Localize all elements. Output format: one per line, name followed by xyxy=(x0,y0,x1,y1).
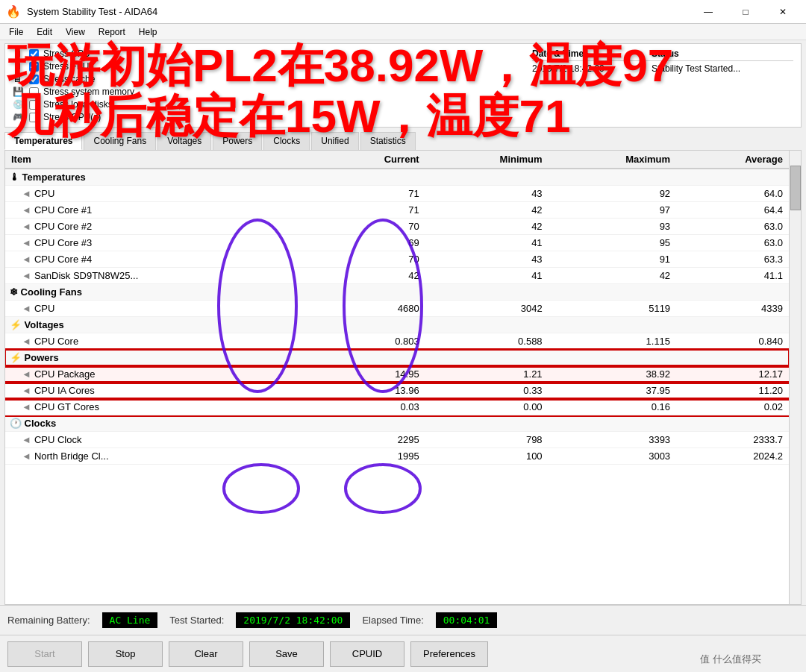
tabs-bar: Temperatures Cooling Fans Voltages Power… xyxy=(0,132,806,150)
table-section-header: ❄ Cooling Fans xyxy=(5,284,789,301)
row-maximum: 38.92 xyxy=(549,366,676,383)
minimize-button[interactable]: — xyxy=(691,0,725,24)
stress-disk-label: Stress local disks xyxy=(43,99,113,110)
tab-temperatures[interactable]: Temperatures xyxy=(4,132,82,150)
table-row: ◄CPU Core0.8030.5881.1150.840 xyxy=(5,333,789,350)
row-minimum: 3042 xyxy=(425,301,549,317)
row-maximum: 95 xyxy=(549,235,676,251)
tab-statistics[interactable]: Statistics xyxy=(360,132,416,150)
stress-memory-label: Stress system memory xyxy=(43,87,134,97)
row-minimum: 43 xyxy=(425,186,549,202)
row-maximum: 37.95 xyxy=(549,383,676,399)
row-item: ◄CPU Core #2 xyxy=(5,219,319,235)
menu-help[interactable]: Help xyxy=(133,25,163,39)
row-maximum: 92 xyxy=(549,186,676,202)
row-item: ◄CPU Clock xyxy=(5,432,319,448)
main-window: 🖥 Stress CPU 🖥 Stress FPU 🖥 Stress cache… xyxy=(0,40,806,672)
table-header-row: Item Current Minimum Maximum Average xyxy=(5,151,789,169)
clear-button[interactable]: Clear xyxy=(169,641,243,667)
preferences-button[interactable]: Preferences xyxy=(410,641,488,667)
col-minimum: Minimum xyxy=(425,151,549,169)
disk-stress-icon: 💿 xyxy=(13,99,23,110)
menu-bar: File Edit View Report Help xyxy=(0,24,806,40)
stress-disk-checkbox[interactable] xyxy=(29,100,39,110)
watermark: 值 什么值得买 xyxy=(700,653,761,666)
menu-view[interactable]: View xyxy=(60,25,91,39)
button-bar: Start Stop Clear Save CPUID Preferences … xyxy=(0,635,806,672)
title-bar: 🔥 System Stability Test - AIDA64 — □ ✕ xyxy=(0,0,806,24)
row-minimum: 0.33 xyxy=(425,383,549,399)
row-current: 70 xyxy=(319,251,425,268)
fpu-stress-icon: 🖥 xyxy=(13,61,23,72)
col-item: Item xyxy=(5,151,319,169)
status-panel: Date & Time Status 2019/7/2 18:42:00 Sta… xyxy=(532,48,793,75)
row-maximum: 1.115 xyxy=(549,333,676,350)
row-average: 0.02 xyxy=(676,399,789,415)
row-current: 71 xyxy=(319,186,425,202)
stress-cache-label: Stress cache xyxy=(43,74,95,84)
row-item: ◄SanDisk SD9TN8W25... xyxy=(5,268,319,284)
row-maximum: 93 xyxy=(549,219,676,235)
stress-cache-checkbox[interactable] xyxy=(29,75,39,84)
window-title: System Stability Test - AIDA64 xyxy=(27,6,157,17)
row-maximum: 42 xyxy=(549,268,676,284)
row-average: 11.20 xyxy=(676,383,789,399)
close-button[interactable]: ✕ xyxy=(766,0,800,24)
row-item: ◄North Bridge Cl... xyxy=(5,448,319,465)
row-average: 64.4 xyxy=(676,202,789,219)
stress-gpu-checkbox[interactable] xyxy=(29,113,39,122)
row-maximum: 3393 xyxy=(549,432,676,448)
datetime-header: Date & Time xyxy=(532,48,652,59)
cpuid-button[interactable]: CPUID xyxy=(330,641,404,667)
tab-clocks[interactable]: Clocks xyxy=(263,132,310,150)
tab-cooling-fans[interactable]: Cooling Fans xyxy=(84,132,156,150)
start-button[interactable]: Start xyxy=(7,641,82,667)
data-table-container: Item Current Minimum Maximum Average 🌡 T… xyxy=(4,150,802,605)
stress-gpu-label: Stress GPU(s) xyxy=(43,112,101,122)
row-minimum: 42 xyxy=(425,202,549,219)
table-section-header: ⚡ Voltages xyxy=(5,317,789,333)
row-current: 14.95 xyxy=(319,366,425,383)
table-row: ◄CPU Core #171429764.4 xyxy=(5,202,789,219)
stress-cpu-checkbox[interactable] xyxy=(29,49,39,59)
row-minimum: 41 xyxy=(425,235,549,251)
data-table: Item Current Minimum Maximum Average 🌡 T… xyxy=(5,151,789,465)
table-row: ◄CPU4680304251194339 xyxy=(5,301,789,317)
maximize-button[interactable]: □ xyxy=(728,0,763,24)
tab-voltages[interactable]: Voltages xyxy=(157,132,211,150)
stress-fpu-checkbox[interactable] xyxy=(29,62,39,72)
col-current: Current xyxy=(319,151,425,169)
row-item: ◄CPU Core xyxy=(5,333,319,350)
menu-edit[interactable]: Edit xyxy=(31,25,58,39)
row-average: 12.17 xyxy=(676,366,789,383)
table-row: ◄CPU Core #470439163.3 xyxy=(5,251,789,268)
cache-stress-icon: 🖥 xyxy=(13,74,23,84)
row-maximum: 5119 xyxy=(549,301,676,317)
row-minimum: 0.00 xyxy=(425,399,549,415)
cpu-stress-icon: 🖥 xyxy=(13,48,23,59)
scrollbar-track[interactable] xyxy=(789,151,801,604)
row-minimum: 100 xyxy=(425,448,549,465)
menu-file[interactable]: File xyxy=(3,25,29,39)
stop-button[interactable]: Stop xyxy=(88,641,163,667)
row-maximum: 91 xyxy=(549,251,676,268)
row-current: 1995 xyxy=(319,448,425,465)
table-section-header: ⚡ Powers xyxy=(5,350,789,366)
row-average: 64.0 xyxy=(676,186,789,202)
tab-powers[interactable]: Powers xyxy=(213,132,262,150)
menu-report[interactable]: Report xyxy=(93,25,131,39)
table-row: ◄CPU GT Cores0.030.000.160.02 xyxy=(5,399,789,415)
test-started-value: 2019/7/2 18:42:00 xyxy=(236,612,350,628)
test-started-label: Test Started: xyxy=(169,615,224,626)
row-current: 71 xyxy=(319,202,425,219)
stress-memory-checkbox[interactable] xyxy=(29,87,39,97)
battery-value: AC Line xyxy=(102,612,158,628)
stress-gpu-row: 🎮 Stress GPU(s) xyxy=(13,112,793,122)
scrollbar-thumb[interactable] xyxy=(790,166,801,210)
row-item: ◄CPU Core #1 xyxy=(5,202,319,219)
row-maximum: 0.16 xyxy=(549,399,676,415)
table-row: ◄CPU71439264.0 xyxy=(5,186,789,202)
tab-unified[interactable]: Unified xyxy=(311,132,358,150)
row-maximum: 3003 xyxy=(549,448,676,465)
save-button[interactable]: Save xyxy=(249,641,324,667)
